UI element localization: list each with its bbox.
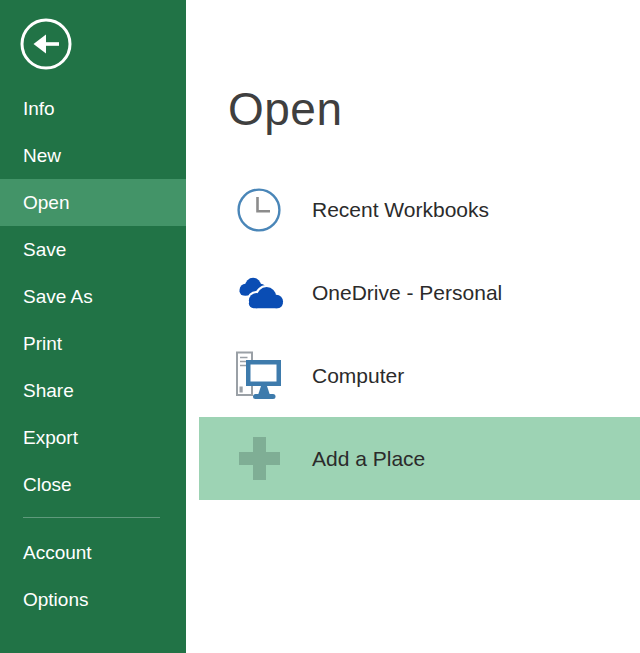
place-recent-workbooks[interactable]: Recent Workbooks [199,168,640,251]
place-add-a-place[interactable]: Add a Place [199,417,640,500]
backstage-nav: Info New Open Save Save As Print Share E… [0,85,186,508]
sidebar-item-export[interactable]: Export [0,414,186,461]
backstage-nav-footer: Account Options [0,529,186,623]
back-button[interactable] [19,17,73,71]
place-label: Add a Place [312,447,425,471]
place-onedrive-personal[interactable]: OneDrive - Personal [199,251,640,334]
place-label: Computer [312,364,404,388]
sidebar-item-print[interactable]: Print [0,320,186,367]
sidebar-item-save[interactable]: Save [0,226,186,273]
sidebar-item-options[interactable]: Options [0,576,186,623]
place-label: Recent Workbooks [312,198,489,222]
sidebar-item-share[interactable]: Share [0,367,186,414]
back-arrow-icon [19,17,73,71]
open-place-list: Recent Workbooks [199,168,640,500]
onedrive-cloud-icon [231,273,287,313]
sidebar-item-close[interactable]: Close [0,461,186,508]
place-label: OneDrive - Personal [312,281,502,305]
backstage-sidebar: Info New Open Save Save As Print Share E… [0,0,186,653]
sidebar-divider [23,517,160,518]
computer-icon [231,351,287,401]
clock-icon [231,188,287,232]
sidebar-item-account[interactable]: Account [0,529,186,576]
sidebar-item-info[interactable]: Info [0,85,186,132]
place-computer[interactable]: Computer [199,334,640,417]
backstage-content: Open Recent Workbooks [186,0,640,653]
sidebar-item-save-as[interactable]: Save As [0,273,186,320]
sidebar-item-new[interactable]: New [0,132,186,179]
page-title: Open [228,80,343,138]
sidebar-item-open[interactable]: Open [0,179,186,226]
plus-icon [231,437,287,480]
